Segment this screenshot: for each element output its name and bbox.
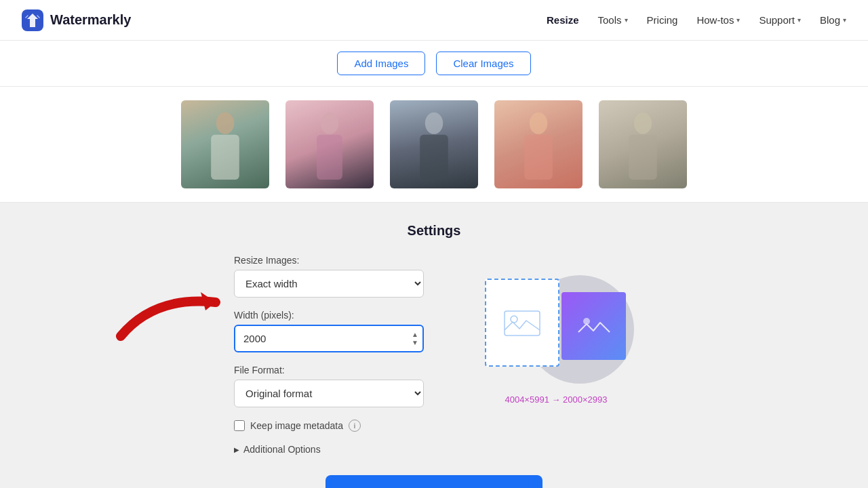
svg-point-7 [530,113,547,134]
width-spinners[interactable]: ▲ ▼ [412,331,418,346]
nav-item-resize[interactable]: Resize [547,14,579,26]
svg-rect-8 [524,135,553,180]
thumbnail-5[interactable] [599,100,687,188]
svg-rect-6 [420,135,448,180]
resize-images-group: Resize Images: Exact width Exact height … [234,255,437,298]
preview-dimensions-label: 4004×5991 → 2000×2993 [505,394,607,405]
resize-images-button[interactable]: Resize Images [326,475,542,488]
file-format-label: File Format: [234,365,437,375]
tools-chevron-icon: ▾ [625,16,628,24]
spinner-up-icon[interactable]: ▲ [412,331,418,338]
preview-before-icon [502,306,542,340]
nav-item-tools[interactable]: Tools ▾ [598,14,628,26]
width-pixels-label: Width (pixels): [234,310,437,321]
info-icon[interactable]: i [349,420,361,432]
howtos-chevron-icon: ▾ [736,16,740,24]
triangle-icon: ▶ [234,446,239,453]
preview-after-image [561,292,626,360]
svg-rect-10 [629,135,657,180]
settings-title: Settings [0,223,868,239]
support-chevron-icon: ▾ [797,16,801,24]
width-input-wrap: ▲ ▼ [234,325,424,352]
settings-content: Resize Images: Exact width Exact height … [0,255,868,455]
resize-images-label: Resize Images: [234,255,437,266]
svg-point-13 [511,316,517,323]
nav-item-howtos[interactable]: How-tos ▾ [696,14,740,26]
preview-area: 4004×5991 → 2000×2993 [478,268,634,405]
nav-item-pricing[interactable]: Pricing [647,14,678,26]
logo-icon [22,9,43,31]
blog-chevron-icon: ▾ [843,16,846,24]
svg-point-1 [216,113,234,134]
svg-rect-12 [505,311,540,336]
additional-options-label: Additional Options [243,444,321,455]
preview-circles [478,268,634,384]
svg-rect-14 [578,314,610,338]
settings-form: Resize Images: Exact width Exact height … [234,255,437,455]
file-format-group: File Format: Original format JPG PNG Web… [234,365,437,407]
logo[interactable]: Watermarkly [22,9,131,31]
svg-point-9 [634,113,652,134]
nav-item-blog[interactable]: Blog ▾ [820,14,846,26]
logo-text: Watermarkly [50,12,131,28]
header: Watermarkly Resize Tools ▾ Pricing How-t… [0,0,868,41]
keep-metadata-row: Keep image metadata i [234,420,437,432]
toolbar: Add Images Clear Images [0,41,868,87]
svg-point-5 [425,113,443,134]
svg-point-3 [321,113,338,134]
thumbnail-1[interactable] [181,100,269,188]
image-strip [0,87,868,203]
file-format-select[interactable]: Original format JPG PNG WebP [234,380,424,407]
nav-item-support[interactable]: Support ▾ [759,14,801,26]
additional-options-toggle[interactable]: ▶ Additional Options [234,444,437,455]
thumbnail-2[interactable] [285,100,374,188]
resize-images-select[interactable]: Exact width Exact height Percentage [234,270,424,298]
svg-rect-4 [317,135,342,180]
spinner-down-icon[interactable]: ▼ [412,340,418,346]
thumbnail-3[interactable] [390,100,478,188]
keep-metadata-checkbox[interactable] [234,420,245,431]
clear-images-button[interactable]: Clear Images [436,52,530,75]
keep-metadata-label[interactable]: Keep image metadata [250,420,343,431]
width-input[interactable] [234,325,424,352]
width-pixels-group: Width (pixels): ▲ ▼ [234,310,437,352]
preview-after-icon [577,312,611,340]
main-nav: Resize Tools ▾ Pricing How-tos ▾ Support… [547,14,846,26]
thumbnail-4[interactable] [494,100,583,188]
svg-rect-2 [211,135,239,180]
add-images-button[interactable]: Add Images [337,52,425,75]
settings-area: Settings Resize Images: Exact width Exac… [0,203,868,488]
arrow-indicator [100,268,236,352]
preview-before-image [485,279,559,367]
